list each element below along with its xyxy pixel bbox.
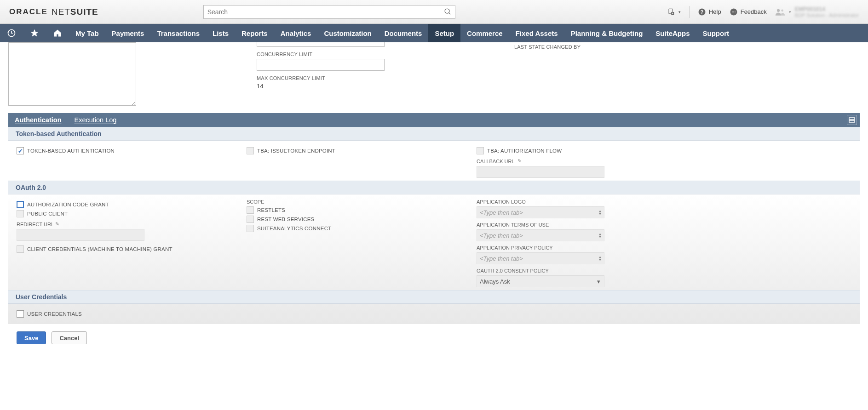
help-link[interactable]: ? Help bbox=[698, 8, 721, 16]
chevron-down-icon: ▾ bbox=[789, 10, 791, 14]
chevron-down-icon: ▾ bbox=[678, 10, 681, 14]
feedback-label: Feedback bbox=[741, 8, 767, 15]
max-concurrency-limit-value: 14 bbox=[257, 83, 395, 90]
nav-lists[interactable]: Lists bbox=[206, 24, 235, 42]
section-oauth-header: OAuth 2.0 bbox=[8, 181, 860, 194]
caret-down-icon: ▾ bbox=[597, 278, 600, 285]
right-column: LAST STATE CHANGED BY bbox=[514, 42, 581, 51]
brand-logo: ORACLE NETSUITE bbox=[9, 7, 98, 17]
client-credentials-row: CLIENT CREDENTIALS (MACHINE TO MACHINE) … bbox=[17, 245, 237, 253]
app-terms-placeholder: <Type then tab> bbox=[480, 232, 523, 239]
svg-line-1 bbox=[448, 12, 450, 14]
app-terms-select[interactable]: <Type then tab> ▴▾ bbox=[477, 229, 604, 241]
token-based-auth-checkbox[interactable] bbox=[17, 147, 24, 154]
oauth-col-c: APPLICATION LOGO <Type then tab> ▴▾ APPL… bbox=[477, 199, 697, 287]
tba-col-b: TBA: ISSUETOKEN ENDPOINT bbox=[247, 145, 467, 178]
user-credentials-label: USER CREDENTIALS bbox=[27, 311, 82, 317]
feedback-link[interactable]: Feedback bbox=[730, 8, 767, 16]
upper-fields: CONCURRENCY LIMIT MAX CONCURRENCY LIMIT … bbox=[8, 42, 860, 106]
tba-issuetoken-label: TBA: ISSUETOKEN ENDPOINT bbox=[257, 148, 335, 154]
nav-planning-budgeting[interactable]: Planning & Budgeting bbox=[564, 24, 650, 42]
svg-rect-17 bbox=[849, 120, 855, 122]
tab-layout-icon[interactable] bbox=[847, 115, 857, 125]
nav-reports[interactable]: Reports bbox=[235, 24, 274, 42]
section-usercreds-header: User Credentials bbox=[8, 290, 860, 304]
logo-oracle-text: ORACLE bbox=[9, 7, 48, 17]
user-credentials-checkbox[interactable] bbox=[17, 310, 24, 318]
svg-rect-9 bbox=[732, 11, 733, 12]
role-switcher[interactable]: ▾ EMP001014 BDP Solution - Administrator bbox=[775, 6, 859, 18]
app-logo-select[interactable]: <Type then tab> ▴▾ bbox=[477, 206, 604, 218]
svg-text:?: ? bbox=[701, 9, 703, 14]
nav-documents[interactable]: Documents bbox=[378, 24, 429, 42]
nav-setup[interactable]: Setup bbox=[428, 24, 460, 42]
description-textarea[interactable] bbox=[8, 42, 136, 106]
token-based-auth-row: TOKEN-BASED AUTHENTICATION bbox=[17, 147, 237, 154]
rest-web-label: REST WEB SERVICES bbox=[257, 216, 314, 222]
redirect-uri-input[interactable] bbox=[17, 229, 144, 241]
app-terms-label: APPLICATION TERMS OF USE bbox=[477, 222, 697, 228]
updown-icon: ▴▾ bbox=[599, 256, 601, 261]
topbar-right: ▾ ? Help Feedback ▾ EMP001014 BDP Soluti… bbox=[667, 6, 859, 18]
client-credentials-checkbox[interactable] bbox=[17, 245, 24, 253]
nav-home-icon[interactable] bbox=[46, 24, 69, 42]
consent-policy-select[interactable]: Always Ask ▾ bbox=[477, 275, 604, 287]
callback-url-input[interactable] bbox=[477, 166, 604, 178]
redirect-uri-label: REDIRECT URI ✎ bbox=[17, 221, 237, 227]
tba-authflow-checkbox[interactable] bbox=[477, 147, 484, 154]
tba-issuetoken-checkbox[interactable] bbox=[247, 147, 254, 154]
section-tba-header: Token-based Authentication bbox=[8, 127, 860, 141]
nav-payments[interactable]: Payments bbox=[105, 24, 151, 42]
svg-point-12 bbox=[777, 9, 780, 11]
app-privacy-select[interactable]: <Type then tab> ▴▾ bbox=[477, 252, 604, 264]
people-icon bbox=[775, 8, 785, 16]
tab-authentication[interactable]: Authentication bbox=[8, 113, 68, 127]
subtab-strip: Authentication Execution Log bbox=[8, 113, 860, 127]
app-privacy-placeholder: <Type then tab> bbox=[480, 255, 523, 262]
tba-col-a: TOKEN-BASED AUTHENTICATION bbox=[17, 145, 237, 178]
feedback-icon bbox=[730, 8, 738, 16]
nav-commerce[interactable]: Commerce bbox=[460, 24, 509, 42]
nav-support[interactable]: Support bbox=[696, 24, 736, 42]
rest-web-checkbox[interactable] bbox=[247, 216, 254, 223]
cancel-button[interactable]: Cancel bbox=[52, 331, 87, 344]
textarea-stub[interactable] bbox=[257, 42, 385, 47]
token-based-auth-label: TOKEN-BASED AUTHENTICATION bbox=[27, 148, 115, 154]
nav-recent-icon[interactable] bbox=[0, 24, 23, 42]
updown-icon: ▴▾ bbox=[599, 210, 601, 215]
role-text: EMP001014 BDP Solution - Administrator bbox=[795, 6, 859, 18]
auth-code-grant-label: AUTHORIZATION CODE GRANT bbox=[27, 202, 109, 207]
pencil-icon[interactable]: ✎ bbox=[517, 158, 522, 164]
app-logo-label: APPLICATION LOGO bbox=[477, 199, 697, 205]
auth-code-grant-checkbox[interactable] bbox=[17, 201, 24, 208]
nav-customization[interactable]: Customization bbox=[317, 24, 378, 42]
mid-column: CONCURRENCY LIMIT MAX CONCURRENCY LIMIT … bbox=[257, 42, 395, 90]
search-input[interactable] bbox=[203, 5, 455, 19]
help-icon: ? bbox=[698, 8, 706, 16]
redirect-uri-text: REDIRECT URI bbox=[17, 222, 52, 227]
concurrency-limit-label: CONCURRENCY LIMIT bbox=[257, 51, 395, 57]
public-client-row: PUBLIC CLIENT bbox=[17, 210, 237, 217]
public-client-checkbox[interactable] bbox=[17, 210, 24, 217]
suiteanalytics-checkbox[interactable] bbox=[247, 225, 254, 232]
nav-transactions[interactable]: Transactions bbox=[150, 24, 206, 42]
restlets-checkbox[interactable] bbox=[247, 206, 254, 214]
pencil-icon[interactable]: ✎ bbox=[55, 221, 59, 227]
user-credentials-row: USER CREDENTIALS bbox=[17, 310, 237, 318]
callback-url-label: CALLBACK URL ✎ bbox=[477, 158, 697, 164]
suiteanalytics-label: SUITEANALYTICS CONNECT bbox=[257, 226, 331, 231]
rest-web-row: REST WEB SERVICES bbox=[247, 216, 467, 223]
nav-favorites-icon[interactable] bbox=[23, 24, 46, 42]
create-new-button[interactable]: ▾ bbox=[667, 8, 681, 16]
search-icon[interactable] bbox=[444, 8, 452, 16]
public-client-label: PUBLIC CLIENT bbox=[27, 211, 68, 216]
nav-fixed-assets[interactable]: Fixed Assets bbox=[509, 24, 564, 42]
nav-analytics[interactable]: Analytics bbox=[274, 24, 318, 42]
tab-execution-log[interactable]: Execution Log bbox=[68, 113, 123, 127]
nav-suiteapps[interactable]: SuiteApps bbox=[649, 24, 696, 42]
save-button[interactable]: Save bbox=[17, 331, 46, 344]
create-new-icon bbox=[667, 8, 676, 16]
svg-rect-16 bbox=[849, 118, 855, 120]
concurrency-limit-input[interactable] bbox=[257, 59, 385, 71]
nav-my-tab[interactable]: My Tab bbox=[69, 24, 105, 42]
